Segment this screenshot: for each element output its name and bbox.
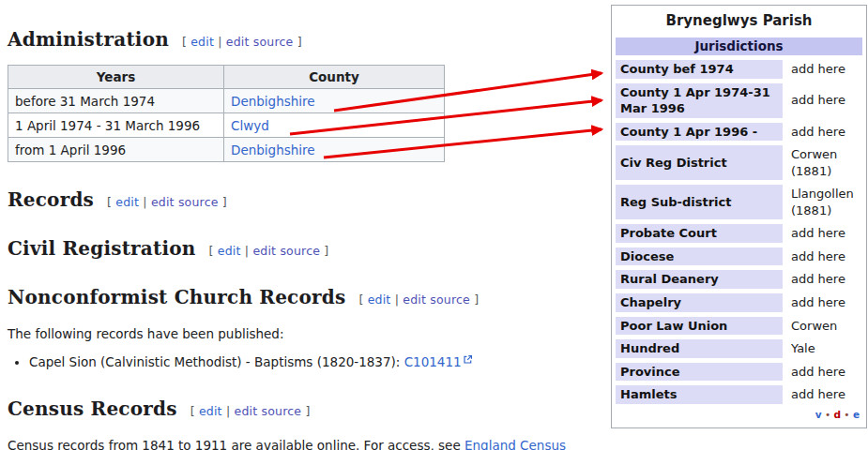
bracket: ]: [474, 292, 479, 307]
infobox-row: Reg Sub-district Llangollen (1881): [616, 185, 862, 219]
bracket: ]: [305, 404, 310, 418]
edit-link[interactable]: edit: [368, 292, 391, 307]
discuss-template-link[interactable]: d: [833, 409, 841, 420]
separator-dot: •: [844, 409, 849, 420]
county-link[interactable]: Clwyd: [231, 118, 269, 133]
bracket: [: [107, 195, 112, 209]
infobox-label: County 1 Apr 1974-31 Mar 1996: [616, 83, 783, 118]
county-cell: Denbighshire: [224, 138, 445, 162]
infobox-footer-row: v • d • e: [616, 409, 862, 421]
census-paragraph: Census records from 1841 to 1911 are ava…: [8, 436, 613, 450]
infobox-value: Corwen: [783, 317, 862, 336]
infobox-label: Diocese: [616, 248, 783, 266]
edit-section: [ edit | edit source ]: [190, 404, 311, 418]
census-text: Census records from 1841 to 1911 are ava…: [8, 438, 464, 450]
infobox-header-row: Jurisdictions: [616, 38, 862, 55]
county-link[interactable]: Denbighshire: [231, 142, 315, 158]
heading-text: Civil Registration: [8, 237, 196, 260]
edit-source-link[interactable]: edit source: [252, 244, 320, 258]
bracket: [: [209, 244, 214, 258]
vde-links: v • d • e: [616, 409, 862, 421]
edit-link[interactable]: edit: [199, 404, 222, 418]
infobox-title: Bryneglwys Parish: [616, 8, 862, 33]
infobox-label: Rural Deanery: [616, 270, 783, 289]
infobox-row: County 1 Apr 1996 - add here: [616, 123, 862, 142]
years-cell: 1 April 1974 - 31 March 1996: [8, 113, 224, 138]
infobox-table: Jurisdictions County bef 1974 add here C…: [616, 33, 862, 426]
edit-link[interactable]: edit: [190, 35, 214, 49]
infobox-label: Reg Sub-district: [616, 185, 783, 219]
external-link-icon: [463, 354, 473, 365]
infobox-value: add here: [783, 83, 862, 118]
heading-text: Records: [8, 188, 94, 211]
section-heading-administration: Administration[ edit | edit source ]: [8, 28, 613, 51]
table-row: from 1 April 1996 Denbighshire: [8, 138, 445, 162]
infobox-row: County bef 1974 add here: [616, 60, 862, 79]
infobox-label: County 1 Apr 1996 -: [616, 123, 783, 142]
view-template-link[interactable]: v: [815, 409, 822, 420]
infobox-row: Probate Court add here: [616, 224, 862, 243]
table-row: before 31 March 1974 Denbighshire: [8, 89, 445, 113]
infobox-value: Corwen (1881): [783, 145, 862, 180]
infobox-value: add here: [783, 363, 862, 382]
table-header-row: Years County: [8, 66, 445, 89]
infobox-header: Jurisdictions: [616, 38, 862, 55]
years-cell: from 1 April 1996: [8, 138, 224, 162]
infobox-value: add here: [783, 248, 862, 266]
bracket: [: [182, 35, 187, 49]
bracket: ]: [297, 35, 302, 49]
record-id-link[interactable]: C101411: [404, 354, 462, 369]
infobox-row: Province add here: [616, 363, 862, 382]
edit-source-link[interactable]: edit source: [226, 35, 294, 49]
edit-section: [ edit | edit source ]: [358, 292, 479, 307]
county-cell: Denbighshire: [224, 89, 445, 113]
edit-template-link[interactable]: e: [853, 409, 860, 420]
infobox-label: Chapelry: [616, 293, 783, 312]
admin-table: Years County before 31 March 1974 Denbig…: [8, 65, 445, 162]
list-item: Capel Sion (Calvinistic Methodist) - Bap…: [29, 353, 613, 371]
infobox-row: Poor Law Union Corwen: [616, 317, 862, 336]
infobox-label: Poor Law Union: [616, 317, 783, 336]
edit-link[interactable]: edit: [115, 195, 139, 209]
pipe: |: [395, 292, 399, 307]
pipe: |: [218, 35, 221, 49]
infobox-value: add here: [783, 270, 862, 289]
heading-text: Census Records: [8, 398, 177, 420]
column-header-years: Years: [8, 66, 224, 89]
published-records-list: Capel Sion (Calvinistic Methodist) - Bap…: [12, 353, 613, 371]
edit-section: [ edit | edit source ]: [209, 244, 329, 258]
infobox-row: Chapelry add here: [616, 293, 862, 312]
nonconformist-intro: The following records have been publishe…: [8, 324, 613, 343]
infobox-value: add here: [783, 60, 862, 79]
infobox-row: Diocese add here: [616, 248, 862, 266]
edit-section: [ edit | edit source ]: [182, 35, 302, 49]
pipe: |: [143, 195, 146, 209]
bracket: [: [358, 292, 363, 307]
heading-text: Nonconformist Church Records: [8, 286, 345, 308]
bracket: [: [190, 404, 195, 418]
infobox-label: Hundred: [616, 339, 783, 358]
edit-source-link[interactable]: edit source: [235, 404, 302, 418]
infobox-value: add here: [783, 224, 862, 243]
bracket: ]: [324, 244, 328, 258]
jurisdictions-infobox: Bryneglwys Parish Jurisdictions County b…: [611, 5, 867, 428]
infobox-value: Yale: [783, 339, 862, 358]
infobox-label: Province: [616, 363, 783, 382]
edit-source-link[interactable]: edit source: [403, 292, 470, 307]
infobox-value: Llangollen (1881): [783, 185, 862, 219]
record-text: Capel Sion (Calvinistic Methodist) - Bap…: [29, 354, 404, 369]
section-heading-civil-registration: Civil Registration[ edit | edit source ]: [8, 237, 613, 260]
county-link[interactable]: Denbighshire: [231, 94, 315, 109]
infobox-row: Rural Deanery add here: [616, 270, 862, 289]
edit-source-link[interactable]: edit source: [151, 195, 219, 209]
edit-link[interactable]: edit: [218, 244, 241, 258]
separator-dot: •: [825, 409, 830, 420]
infobox-value: add here: [783, 385, 862, 404]
county-cell: Clwyd: [224, 113, 445, 138]
infobox-label: County bef 1974: [616, 60, 783, 79]
section-heading-census: Census Records[ edit | edit source ]: [8, 398, 613, 420]
heading-text: Administration: [8, 28, 169, 51]
bracket: ]: [222, 195, 227, 209]
article-content: Administration[ edit | edit source ] Yea…: [8, 0, 613, 450]
section-heading-records: Records[ edit | edit source ]: [8, 188, 613, 211]
